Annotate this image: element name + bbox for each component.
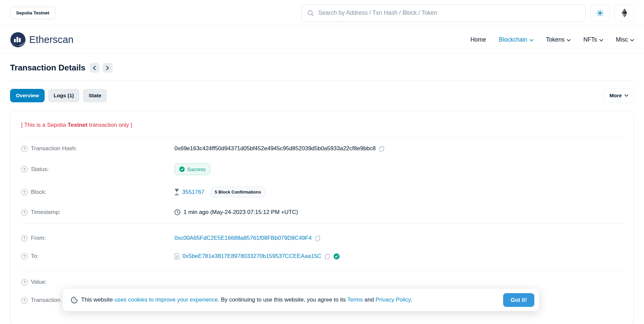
verified-check-circle-icon — [333, 253, 340, 260]
chevron-left-icon — [93, 66, 96, 70]
row-block: Block: 3551767 5 Block Confirmations — [21, 181, 623, 203]
copy-to-address-button[interactable] — [324, 253, 330, 259]
row-value: 0x5beE781e3817E8978033270b159537CCEEAaa1… — [174, 253, 623, 260]
theme-toggle-button[interactable] — [590, 5, 610, 21]
row-value: 0x69e163c424ff50d94371d05bf452e4945c95d8… — [174, 145, 623, 152]
site-header: Etherscan Home Blockchain Tokens NFTs Mi… — [0, 26, 644, 54]
block-number-link[interactable]: 3551767 — [182, 189, 204, 196]
label-text: Status: — [31, 166, 49, 173]
nav-label: Misc — [616, 36, 628, 43]
help-icon[interactable] — [21, 235, 28, 241]
search-box[interactable] — [301, 4, 586, 22]
more-dropdown-button[interactable]: More — [604, 89, 634, 103]
notice-bold-text: Testnet — [68, 122, 88, 128]
cookie-text-part: . — [411, 296, 412, 303]
check-circle-icon — [179, 166, 185, 172]
status-badge: Success — [174, 163, 210, 175]
copy-icon — [324, 253, 330, 259]
help-icon[interactable] — [21, 189, 28, 195]
row-label: To: — [21, 253, 174, 260]
nav-item-misc[interactable]: Misc — [616, 36, 634, 43]
cookie-text-part: . By continuing to use this website, you… — [218, 296, 347, 303]
row-label: From: — [21, 235, 174, 241]
status-text: Success — [187, 167, 206, 172]
ethereum-network-button[interactable] — [614, 5, 634, 21]
label-text: From: — [31, 235, 46, 241]
network-selector-button[interactable]: Sepolia Testnet — [10, 7, 55, 19]
from-address-link[interactable]: 0xc00A65FdC2E5E16688a85761f08FBb079D8C49… — [174, 235, 312, 241]
brand-name: Etherscan — [29, 34, 73, 45]
help-icon[interactable] — [21, 297, 28, 304]
nav-label: Tokens — [546, 36, 565, 43]
search-input[interactable] — [318, 9, 580, 16]
row-group-addresses: From: 0xc00A65FdC2E5E16688a85761f08FBb07… — [21, 227, 623, 267]
chevron-down-icon — [599, 39, 603, 42]
notice-text: [ This is a Sepolia — [21, 122, 68, 128]
cookie-consent-banner: This website uses cookies to improve you… — [62, 288, 539, 311]
testnet-notice: [ This is a Sepolia Testnet transaction … — [21, 120, 623, 137]
copy-hash-button[interactable] — [379, 146, 385, 152]
privacy-policy-link[interactable]: Privacy Policy — [376, 296, 411, 303]
hourglass-icon — [174, 189, 179, 195]
row-label: Block: — [21, 189, 174, 196]
previous-transaction-button[interactable] — [90, 63, 100, 73]
cookie-accept-button[interactable]: Got it! — [503, 293, 534, 307]
page-title: Transaction Details — [10, 63, 86, 72]
label-text: Timestamp: — [31, 209, 60, 216]
nav-item-tokens[interactable]: Tokens — [546, 36, 571, 43]
cookie-text: This website uses cookies to improve you… — [81, 296, 412, 303]
help-icon[interactable] — [21, 209, 28, 216]
row-label: Value: — [21, 279, 174, 285]
row-label: Status: — [21, 166, 174, 173]
label-text: Transaction Hash: — [31, 145, 77, 152]
label-text: Block: — [31, 189, 46, 196]
row-value: Success — [174, 163, 623, 175]
contract-document-icon — [174, 253, 179, 260]
clock-icon — [174, 209, 180, 215]
topbar: Sepolia Testnet — [0, 0, 644, 26]
nav-label: Blockchain — [499, 36, 527, 43]
row-value: 1 min ago (May-24-2023 07:15:12 PM +UTC) — [174, 209, 623, 216]
row-value: 0xc00A65FdC2E5E16688a85761f08FBb079D8C49… — [174, 235, 623, 241]
more-label: More — [609, 93, 622, 99]
next-transaction-button[interactable] — [103, 63, 113, 73]
chevron-right-icon — [106, 66, 109, 70]
tab-overview[interactable]: Overview — [10, 89, 45, 102]
nav-item-nfts[interactable]: NFTs — [583, 36, 603, 43]
cookie-text-part: and — [363, 296, 376, 303]
label-text: Value: — [31, 279, 47, 285]
nav-label: NFTs — [583, 36, 597, 43]
cookie-icon — [71, 296, 78, 304]
divider — [21, 223, 623, 224]
terms-link[interactable]: Terms — [347, 296, 363, 303]
brand-logo[interactable]: Etherscan — [10, 32, 73, 48]
main-nav: Home Blockchain Tokens NFTs Misc — [470, 36, 634, 43]
row-to: To: 0x5beE781e3817E8978033270b159537CCEE… — [21, 247, 623, 265]
transaction-hash-value: 0x69e163c424ff50d94371d05bf452e4945c95d8… — [174, 145, 376, 152]
nav-item-blockchain[interactable]: Blockchain — [499, 36, 533, 43]
topbar-right — [301, 4, 634, 22]
chevron-down-icon — [630, 39, 634, 42]
tabs-row: Overview Logs (1) State More — [10, 89, 634, 103]
cookie-policy-link[interactable]: uses cookies to improve your experience — [114, 296, 218, 303]
row-value: 3551767 5 Block Confirmations — [174, 186, 623, 198]
tab-logs[interactable]: Logs (1) — [48, 89, 79, 102]
to-address-link[interactable]: 0x5beE781e3817E8978033270b159537CCEEAaa1… — [182, 253, 321, 260]
etherscan-logo-icon — [10, 32, 26, 48]
chevron-down-icon — [530, 39, 533, 42]
help-icon[interactable] — [21, 166, 28, 172]
notice-text: transaction only ] — [88, 122, 132, 128]
chevron-down-icon — [567, 39, 571, 42]
copy-icon — [315, 235, 321, 241]
tab-state[interactable]: State — [83, 89, 107, 102]
block-confirmations-badge: 5 Block Confirmations — [211, 186, 265, 198]
copy-from-address-button[interactable] — [315, 235, 321, 241]
nav-item-home[interactable]: Home — [470, 36, 486, 43]
help-icon[interactable] — [21, 146, 28, 152]
help-icon[interactable] — [21, 279, 28, 285]
row-from: From: 0xc00A65FdC2E5E16688a85761f08FBb07… — [21, 229, 623, 247]
row-status: Status: Success — [21, 158, 623, 181]
help-icon[interactable] — [21, 253, 28, 260]
page-title-section: Transaction Details — [10, 54, 634, 80]
chevron-down-icon — [625, 94, 628, 97]
